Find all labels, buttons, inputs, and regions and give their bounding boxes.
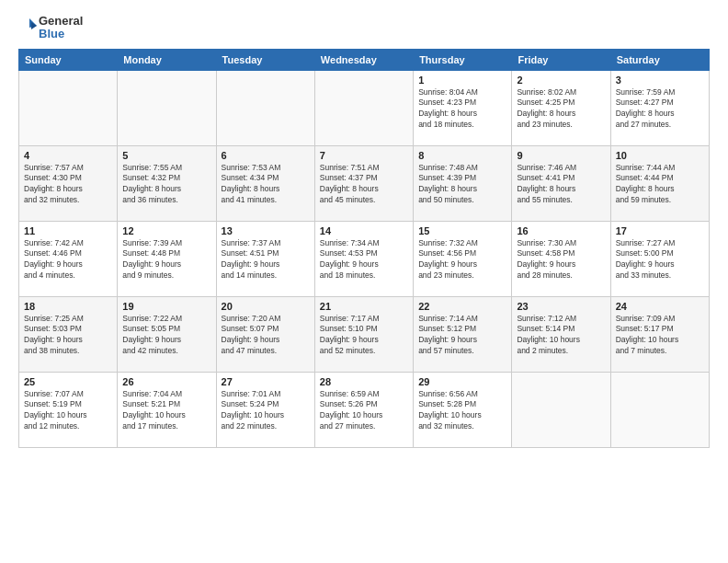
day-info: Sunrise: 7:17 AMSunset: 5:10 PMDaylight:… xyxy=(320,314,408,358)
day-number: 26 xyxy=(122,376,210,387)
calendar-cell: 12Sunrise: 7:39 AMSunset: 4:48 PMDayligh… xyxy=(118,221,216,296)
calendar: SundayMondayTuesdayWednesdayThursdayFrid… xyxy=(18,49,710,448)
day-number: 9 xyxy=(517,150,605,161)
day-number: 28 xyxy=(320,376,408,387)
day-number: 4 xyxy=(24,150,112,161)
calendar-cell: 27Sunrise: 7:01 AMSunset: 5:24 PMDayligh… xyxy=(216,372,314,447)
calendar-cell: 29Sunrise: 6:56 AMSunset: 5:28 PMDayligh… xyxy=(414,372,512,447)
calendar-cell: 7Sunrise: 7:51 AMSunset: 4:37 PMDaylight… xyxy=(314,145,413,221)
day-info: Sunrise: 7:12 AMSunset: 5:14 PMDaylight:… xyxy=(517,314,605,358)
day-info: Sunrise: 7:09 AMSunset: 5:17 PMDaylight:… xyxy=(616,314,704,358)
day-info: Sunrise: 7:27 AMSunset: 5:00 PMDaylight:… xyxy=(616,238,704,282)
calendar-cell: 6Sunrise: 7:53 AMSunset: 4:34 PMDaylight… xyxy=(216,145,314,221)
day-info: Sunrise: 7:59 AMSunset: 4:27 PMDaylight:… xyxy=(616,87,704,132)
calendar-cell: 10Sunrise: 7:44 AMSunset: 4:44 PMDayligh… xyxy=(610,145,709,221)
day-number: 22 xyxy=(418,301,506,312)
day-number: 21 xyxy=(320,301,408,312)
calendar-week-row: 25Sunrise: 7:07 AMSunset: 5:19 PMDayligh… xyxy=(19,372,710,447)
calendar-cell: 28Sunrise: 6:59 AMSunset: 5:26 PMDayligh… xyxy=(314,372,413,447)
day-number: 23 xyxy=(517,301,605,312)
day-info: Sunrise: 7:32 AMSunset: 4:56 PMDaylight:… xyxy=(418,238,506,282)
calendar-cell xyxy=(512,372,610,447)
day-info: Sunrise: 7:25 AMSunset: 5:03 PMDaylight:… xyxy=(24,314,112,358)
day-info: Sunrise: 7:39 AMSunset: 4:48 PMDaylight:… xyxy=(122,238,210,282)
logo-bird-icon xyxy=(18,17,37,39)
day-number: 3 xyxy=(616,75,704,86)
weekday-header: Monday xyxy=(118,49,216,70)
logo-blue: Blue xyxy=(39,28,83,40)
day-info: Sunrise: 8:02 AMSunset: 4:25 PMDaylight:… xyxy=(517,87,605,132)
calendar-week-row: 4Sunrise: 7:57 AMSunset: 4:30 PMDaylight… xyxy=(19,145,710,221)
day-info: Sunrise: 7:34 AMSunset: 4:53 PMDaylight:… xyxy=(320,238,408,282)
calendar-cell: 16Sunrise: 7:30 AMSunset: 4:58 PMDayligh… xyxy=(512,221,610,296)
calendar-cell: 9Sunrise: 7:46 AMSunset: 4:41 PMDaylight… xyxy=(512,145,610,221)
calendar-cell xyxy=(19,70,118,145)
calendar-cell: 22Sunrise: 7:14 AMSunset: 5:12 PMDayligh… xyxy=(414,296,512,372)
logo-container: General Blue xyxy=(18,15,83,41)
day-info: Sunrise: 7:04 AMSunset: 5:21 PMDaylight:… xyxy=(122,389,210,433)
calendar-cell: 14Sunrise: 7:34 AMSunset: 4:53 PMDayligh… xyxy=(314,221,413,296)
day-number: 27 xyxy=(222,376,310,387)
calendar-cell: 21Sunrise: 7:17 AMSunset: 5:10 PMDayligh… xyxy=(314,296,413,372)
day-info: Sunrise: 7:37 AMSunset: 4:51 PMDaylight:… xyxy=(222,238,310,282)
calendar-week-row: 11Sunrise: 7:42 AMSunset: 4:46 PMDayligh… xyxy=(19,221,710,296)
day-info: Sunrise: 7:46 AMSunset: 4:41 PMDaylight:… xyxy=(517,163,605,207)
logo-general: General xyxy=(39,15,83,28)
day-info: Sunrise: 7:53 AMSunset: 4:34 PMDaylight:… xyxy=(222,163,310,207)
day-number: 20 xyxy=(222,301,310,312)
day-info: Sunrise: 7:51 AMSunset: 4:37 PMDaylight:… xyxy=(320,163,408,207)
day-number: 5 xyxy=(122,150,210,161)
day-number: 12 xyxy=(122,225,210,236)
weekday-header: Wednesday xyxy=(314,49,413,70)
calendar-week-row: 18Sunrise: 7:25 AMSunset: 5:03 PMDayligh… xyxy=(19,296,710,372)
day-number: 14 xyxy=(320,225,408,236)
page: General Blue SundayMondayTuesdayWednesda… xyxy=(0,0,728,563)
calendar-cell: 2Sunrise: 8:02 AMSunset: 4:25 PMDaylight… xyxy=(512,70,610,145)
calendar-cell xyxy=(216,70,314,145)
calendar-cell: 13Sunrise: 7:37 AMSunset: 4:51 PMDayligh… xyxy=(216,221,314,296)
day-info: Sunrise: 7:30 AMSunset: 4:58 PMDaylight:… xyxy=(517,238,605,282)
day-info: Sunrise: 7:42 AMSunset: 4:46 PMDaylight:… xyxy=(24,238,112,282)
day-info: Sunrise: 7:48 AMSunset: 4:39 PMDaylight:… xyxy=(418,163,506,207)
day-info: Sunrise: 7:20 AMSunset: 5:07 PMDaylight:… xyxy=(222,314,310,358)
day-number: 25 xyxy=(24,376,112,387)
day-info: Sunrise: 7:55 AMSunset: 4:32 PMDaylight:… xyxy=(122,163,210,207)
day-info: Sunrise: 7:01 AMSunset: 5:24 PMDaylight:… xyxy=(222,389,310,433)
weekday-header: Sunday xyxy=(19,49,118,70)
weekday-header: Thursday xyxy=(414,49,512,70)
day-number: 8 xyxy=(418,150,506,161)
day-info: Sunrise: 7:14 AMSunset: 5:12 PMDaylight:… xyxy=(418,314,506,358)
calendar-cell: 15Sunrise: 7:32 AMSunset: 4:56 PMDayligh… xyxy=(414,221,512,296)
calendar-cell: 17Sunrise: 7:27 AMSunset: 5:00 PMDayligh… xyxy=(610,221,709,296)
calendar-week-row: 1Sunrise: 8:04 AMSunset: 4:23 PMDaylight… xyxy=(19,70,710,145)
day-number: 7 xyxy=(320,150,408,161)
day-number: 19 xyxy=(122,301,210,312)
day-number: 2 xyxy=(517,75,605,86)
day-number: 1 xyxy=(418,75,506,86)
calendar-cell: 24Sunrise: 7:09 AMSunset: 5:17 PMDayligh… xyxy=(610,296,709,372)
day-number: 6 xyxy=(222,150,310,161)
weekday-header-row: SundayMondayTuesdayWednesdayThursdayFrid… xyxy=(19,49,710,70)
day-info: Sunrise: 7:22 AMSunset: 5:05 PMDaylight:… xyxy=(122,314,210,358)
day-number: 16 xyxy=(517,225,605,236)
calendar-cell: 11Sunrise: 7:42 AMSunset: 4:46 PMDayligh… xyxy=(19,221,118,296)
day-info: Sunrise: 7:07 AMSunset: 5:19 PMDaylight:… xyxy=(24,389,112,433)
logo: General Blue xyxy=(18,15,83,41)
day-number: 29 xyxy=(418,376,506,387)
day-number: 17 xyxy=(616,225,704,236)
calendar-cell: 23Sunrise: 7:12 AMSunset: 5:14 PMDayligh… xyxy=(512,296,610,372)
day-number: 24 xyxy=(616,301,704,312)
day-info: Sunrise: 6:56 AMSunset: 5:28 PMDaylight:… xyxy=(418,389,506,433)
day-info: Sunrise: 7:44 AMSunset: 4:44 PMDaylight:… xyxy=(616,163,704,207)
calendar-cell: 18Sunrise: 7:25 AMSunset: 5:03 PMDayligh… xyxy=(19,296,118,372)
calendar-cell: 8Sunrise: 7:48 AMSunset: 4:39 PMDaylight… xyxy=(414,145,512,221)
calendar-cell: 1Sunrise: 8:04 AMSunset: 4:23 PMDaylight… xyxy=(414,70,512,145)
calendar-cell xyxy=(118,70,216,145)
weekday-header: Friday xyxy=(512,49,610,70)
calendar-cell: 25Sunrise: 7:07 AMSunset: 5:19 PMDayligh… xyxy=(19,372,118,447)
day-number: 18 xyxy=(24,301,112,312)
calendar-cell: 4Sunrise: 7:57 AMSunset: 4:30 PMDaylight… xyxy=(19,145,118,221)
weekday-header: Tuesday xyxy=(216,49,314,70)
header: General Blue xyxy=(18,15,710,41)
logo-text: General Blue xyxy=(39,15,83,41)
